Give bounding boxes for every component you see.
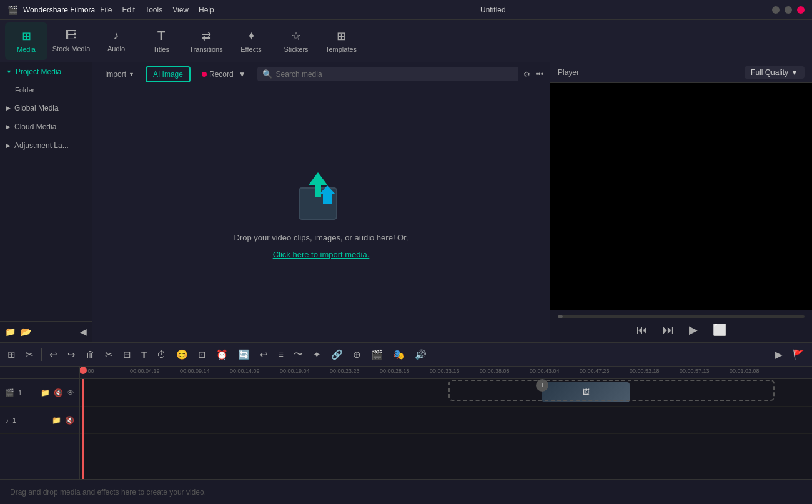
toolbar-templates[interactable]: ⊞ Templates — [320, 22, 362, 60]
track-video-icon: 🎬 — [5, 388, 14, 397]
more-icon[interactable]: ••• — [535, 70, 543, 79]
player-progress-bar[interactable] — [558, 315, 805, 318]
tl-grid-icon[interactable]: ⊞ — [5, 348, 18, 362]
track-video-content: 🖼 + — [80, 379, 812, 407]
player-step-forward-icon[interactable]: ⏭ — [663, 324, 674, 337]
menu-tools[interactable]: Tools — [145, 6, 162, 14]
ai-image-button[interactable]: AI Image — [146, 66, 191, 82]
tl-play-icon[interactable]: ▶ — [773, 348, 785, 362]
track-audio-number: 1 — [12, 417, 16, 424]
sidebar-item-project-media[interactable]: ▼ Project Media — [0, 62, 92, 81]
media-toolbar: Import ▼ AI Image Record ▼ 🔍 ⚙ ••• — [92, 62, 550, 86]
app-name: Wondershare Filmora — [23, 6, 95, 14]
tl-delete-icon[interactable]: 🗑 — [83, 348, 97, 361]
toolbar-titles[interactable]: T Titles — [140, 22, 182, 60]
timeline-toolbar: ⊞ ✂ ↩ ↪ 🗑 ✂ ⊟ T ⏱ 😊 ⊡ ⏰ 🔄 ↩ ≡ 〜 ✦ 🔗 ⊕ 🎬 … — [0, 343, 812, 367]
tl-split-icon[interactable]: ⊟ — [121, 348, 134, 362]
tl-crop-icon[interactable]: ⊡ — [196, 348, 209, 362]
minimize-btn[interactable] — [772, 6, 780, 14]
tl-mask-icon[interactable]: 🎭 — [390, 348, 407, 362]
global-media-label: Global Media — [14, 104, 59, 112]
sidebar-item-folder[interactable]: Folder — [0, 81, 92, 99]
media-filter-icons: ⚙ ••• — [523, 70, 543, 79]
tl-text-icon[interactable]: T — [139, 348, 149, 361]
filter-icon[interactable]: ⚙ — [523, 70, 530, 79]
record-button[interactable]: Record ▼ — [196, 67, 252, 81]
ruler-mark-11: 00:00:52:18 — [630, 368, 660, 374]
timeline-ruler: 00:00 00:00:04:19 00:00:09:14 00:00:14:0… — [80, 367, 812, 379]
player-play-icon[interactable]: ▶ — [689, 323, 698, 337]
tl-add-icon[interactable]: ⊕ — [350, 348, 364, 362]
tl-link-icon[interactable]: 🔗 — [329, 348, 345, 362]
tl-flag-icon[interactable]: 🚩 — [790, 348, 807, 362]
audio-label: Audio — [107, 45, 125, 52]
ruler-mark-13: 00:01:02:08 — [730, 368, 760, 374]
menu-edit[interactable]: Edit — [122, 6, 136, 14]
menu-file[interactable]: File — [100, 6, 112, 14]
tl-audio-icon[interactable]: 🔊 — [412, 348, 429, 362]
project-media-label: Project Media — [16, 67, 61, 76]
record-dot-icon — [202, 72, 207, 77]
track-audio-icon: ♪ — [5, 416, 9, 425]
toolbar-transitions[interactable]: ⇄ Transitions — [185, 22, 227, 60]
cloud-media-arrow: ▶ — [6, 124, 11, 130]
import-label: Import — [105, 70, 126, 79]
tl-cut-icon[interactable]: ✂ — [23, 348, 36, 362]
track-video-eye-icon[interactable]: 👁 — [67, 388, 74, 397]
tl-undo-icon[interactable]: ↩ — [47, 348, 60, 362]
delete-folder-icon[interactable]: 📂 — [21, 327, 31, 337]
maximize-btn[interactable] — [785, 6, 792, 14]
drop-zone[interactable]: Drop your video clips, images, or audio … — [92, 86, 550, 342]
tl-redo-icon[interactable]: ↪ — [65, 348, 78, 362]
import-chevron: ▼ — [129, 71, 134, 77]
player-progress-fill — [558, 315, 563, 318]
sidebar-item-global-media[interactable]: ▶ Global Media — [0, 99, 92, 117]
new-folder-icon[interactable]: 📁 — [5, 327, 16, 337]
player-fullscreen-icon[interactable]: ⬜ — [713, 323, 726, 337]
sidebar-item-cloud-media[interactable]: ▶ Cloud Media — [0, 117, 92, 136]
import-link[interactable]: Click here to import media. — [273, 250, 370, 259]
effects-label: Effects — [240, 46, 261, 53]
tl-rotate-icon[interactable]: 🔄 — [235, 348, 252, 362]
stock-media-icon: 🎞 — [66, 29, 77, 42]
playhead[interactable] — [82, 379, 84, 479]
toolbar-stickers[interactable]: ☆ Stickers — [275, 22, 317, 60]
track-audio-folder-icon[interactable]: 📁 — [52, 416, 61, 425]
adjustment-arrow: ▶ — [6, 142, 11, 149]
menu-view[interactable]: View — [172, 6, 189, 14]
toolbar-media[interactable]: ⊞ Media — [5, 22, 47, 60]
search-input[interactable] — [276, 70, 514, 79]
tl-clock-icon[interactable]: ⏰ — [214, 348, 230, 362]
ruler-mark-12: 00:00:57:13 — [680, 368, 710, 374]
player-screen — [550, 83, 812, 310]
tl-timer-icon[interactable]: ⏱ — [154, 348, 169, 361]
sidebar-item-adjustment-la[interactable]: ▶ Adjustment La... — [0, 136, 92, 155]
import-button[interactable]: Import ▼ — [99, 67, 141, 81]
toolbar-effects[interactable]: ✦ Effects — [230, 22, 272, 60]
tl-revert-icon[interactable]: ↩ — [257, 348, 270, 362]
templates-icon: ⊞ — [337, 29, 346, 43]
tl-list-icon[interactable]: ≡ — [275, 348, 286, 361]
track-video-number: 1 — [18, 389, 22, 397]
timeline-ruler-content: 00:00 00:00:04:19 00:00:09:14 00:00:14:0… — [80, 367, 812, 479]
toolbar-stock-media[interactable]: 🎞 Stock Media — [50, 22, 92, 60]
record-label: Record — [209, 70, 234, 79]
close-btn[interactable] — [797, 6, 805, 14]
track-video-mute-icon[interactable]: 🔇 — [54, 388, 63, 397]
track-video-folder-icon[interactable]: 📁 — [41, 388, 50, 397]
window-controls[interactable] — [772, 6, 805, 14]
tl-scissors-icon[interactable]: ✂ — [102, 348, 116, 362]
collapse-sidebar-icon[interactable]: ◀ — [80, 327, 87, 337]
player-step-back-icon[interactable]: ⏮ — [636, 324, 648, 337]
menu-help[interactable]: Help — [199, 6, 214, 14]
ai-image-label: AI Image — [153, 70, 183, 79]
tl-film-icon[interactable]: 🎬 — [369, 348, 385, 362]
player-controls: ⏮ ⏭ ▶ ⬜ — [550, 310, 812, 342]
tl-emoji-icon[interactable]: 😊 — [174, 348, 191, 362]
track-audio-mute-icon[interactable]: 🔇 — [65, 416, 74, 425]
tl-star-icon[interactable]: ✦ — [310, 348, 324, 362]
ruler-mark-8: 00:00:38:08 — [480, 368, 510, 374]
tl-wave-icon[interactable]: 〜 — [291, 347, 305, 362]
quality-dropdown[interactable]: Full Quality ▼ — [745, 66, 805, 79]
toolbar-audio[interactable]: ♪ Audio — [95, 22, 137, 60]
